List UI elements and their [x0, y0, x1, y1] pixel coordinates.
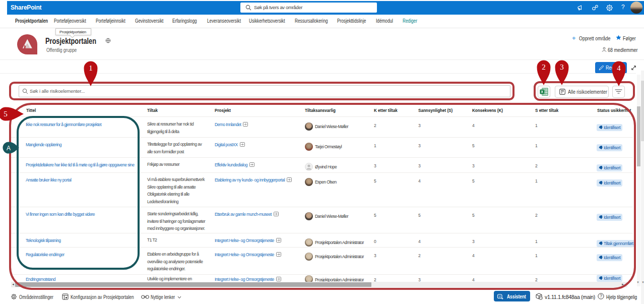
svg-text:A: A: [7, 145, 11, 152]
svg-text:4: 4: [617, 64, 621, 72]
svg-text:2: 2: [542, 63, 546, 71]
svg-text:1: 1: [89, 64, 93, 72]
svg-text:3: 3: [560, 63, 564, 71]
svg-text:?: ?: [600, 293, 602, 298]
svg-text:5: 5: [4, 110, 8, 118]
